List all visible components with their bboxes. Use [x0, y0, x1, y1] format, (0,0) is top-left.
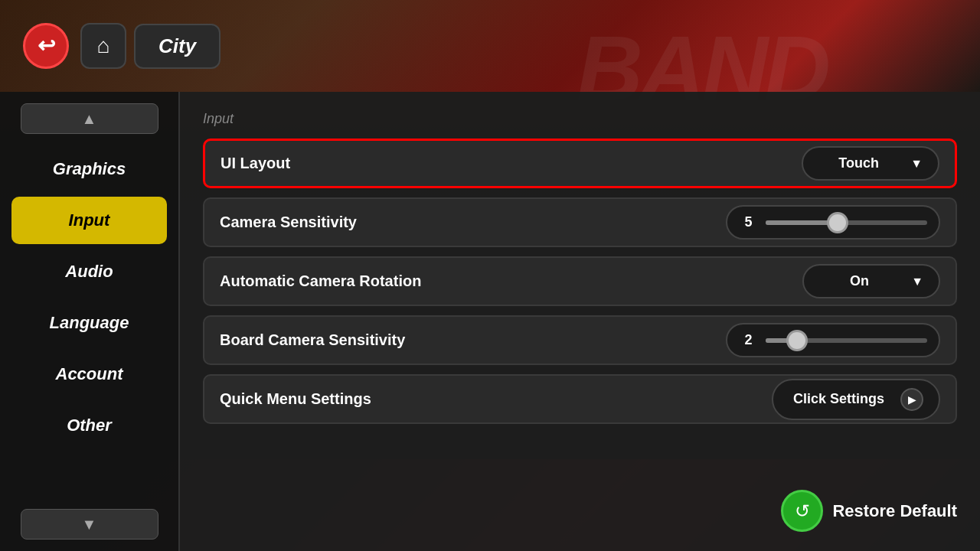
- board-camera-thumb[interactable]: [786, 330, 808, 351]
- sidebar-item-label-other: Other: [67, 416, 112, 435]
- sidebar-item-input[interactable]: Input: [11, 197, 167, 244]
- click-settings-arrow-icon: ▶: [908, 393, 916, 406]
- city-text: City: [158, 34, 196, 57]
- sidebar-item-audio[interactable]: Audio: [11, 248, 167, 295]
- auto-camera-value: On: [819, 273, 900, 289]
- camera-sensitivity-control: 5: [726, 205, 940, 240]
- quick-menu-control: Click Settings ▶: [772, 379, 940, 420]
- sidebar-scroll-up[interactable]: ▲: [21, 103, 158, 134]
- board-camera-control: 2: [726, 323, 940, 357]
- auto-camera-control: On ▼: [802, 264, 940, 298]
- setting-name-auto-camera: Automatic Camera Rotation: [220, 272, 802, 290]
- setting-name-board-camera: Board Camera Sensitivity: [220, 331, 726, 349]
- sidebar-scroll-down[interactable]: ▼: [21, 509, 158, 540]
- ui-layout-value: Touch: [818, 155, 899, 171]
- auto-camera-dropdown-arrow: ▼: [911, 275, 923, 289]
- sidebar-item-account[interactable]: Account: [11, 350, 167, 398]
- sidebar-item-label-graphics: Graphics: [53, 159, 126, 178]
- back-button[interactable]: ↩: [23, 23, 69, 69]
- sidebar-item-label-input: Input: [69, 210, 110, 230]
- section-label: Input: [203, 111, 957, 127]
- setting-name-quick-menu: Quick Menu Settings: [220, 390, 772, 408]
- scroll-up-icon: ▲: [82, 110, 97, 128]
- camera-sensitivity-slider[interactable]: 5: [726, 205, 940, 240]
- top-bar: ↩ ⌂ City: [0, 0, 980, 92]
- ui-layout-dropdown[interactable]: Touch ▼: [802, 146, 939, 181]
- camera-sensitivity-thumb[interactable]: [827, 212, 848, 233]
- setting-row-board-camera: Board Camera Sensitivity 2: [203, 315, 957, 365]
- main-content: ▲ Graphics Input Audio Language Account …: [0, 92, 980, 551]
- board-camera-track[interactable]: [766, 338, 927, 343]
- ui-layout-control: Touch ▼: [802, 146, 939, 181]
- ui-layout-dropdown-arrow: ▼: [910, 157, 923, 171]
- home-button[interactable]: ⌂: [80, 23, 126, 69]
- sidebar-item-label-audio: Audio: [65, 262, 113, 281]
- setting-row-auto-camera[interactable]: Automatic Camera Rotation On ▼: [203, 256, 957, 306]
- sidebar-item-other[interactable]: Other: [11, 402, 167, 449]
- setting-row-ui-layout[interactable]: UI Layout Touch ▼: [203, 139, 957, 188]
- setting-row-camera-sensitivity: Camera Sensitivity 5: [203, 197, 957, 247]
- restore-icon-symbol: ↺: [795, 500, 810, 522]
- restore-label: Restore Default: [832, 501, 957, 521]
- scroll-down-icon: ▼: [82, 516, 97, 533]
- home-icon: ⌂: [97, 35, 110, 57]
- sidebar-item-graphics[interactable]: Graphics: [11, 145, 167, 193]
- sidebar-items: Graphics Input Audio Language Account Ot…: [0, 138, 178, 505]
- setting-row-quick-menu[interactable]: Quick Menu Settings Click Settings ▶: [203, 374, 957, 424]
- sidebar-item-language[interactable]: Language: [11, 299, 167, 347]
- restore-default-button[interactable]: ↺ Restore Default: [781, 490, 957, 532]
- camera-sensitivity-fill: [766, 220, 830, 225]
- click-settings-label: Click Settings: [789, 391, 889, 407]
- camera-sensitivity-value: 5: [739, 214, 758, 230]
- click-settings-button[interactable]: Click Settings ▶: [772, 379, 940, 420]
- board-camera-slider[interactable]: 2: [726, 323, 940, 357]
- city-label: City: [134, 24, 220, 69]
- setting-name-camera-sensitivity: Camera Sensitivity: [220, 214, 726, 231]
- restore-icon-circle: ↺: [781, 490, 823, 532]
- setting-name-ui-layout: UI Layout: [220, 155, 802, 172]
- board-camera-value: 2: [739, 332, 758, 348]
- settings-panel: Input UI Layout Touch ▼ Camera Sensitivi…: [180, 92, 980, 551]
- sidebar-item-label-language: Language: [50, 313, 129, 332]
- back-icon: ↩: [38, 35, 55, 57]
- camera-sensitivity-track[interactable]: [766, 220, 927, 225]
- sidebar-item-label-account: Account: [56, 364, 123, 383]
- click-settings-arrow-circle: ▶: [900, 388, 923, 411]
- auto-camera-dropdown[interactable]: On ▼: [802, 264, 940, 298]
- sidebar: ▲ Graphics Input Audio Language Account …: [0, 92, 180, 551]
